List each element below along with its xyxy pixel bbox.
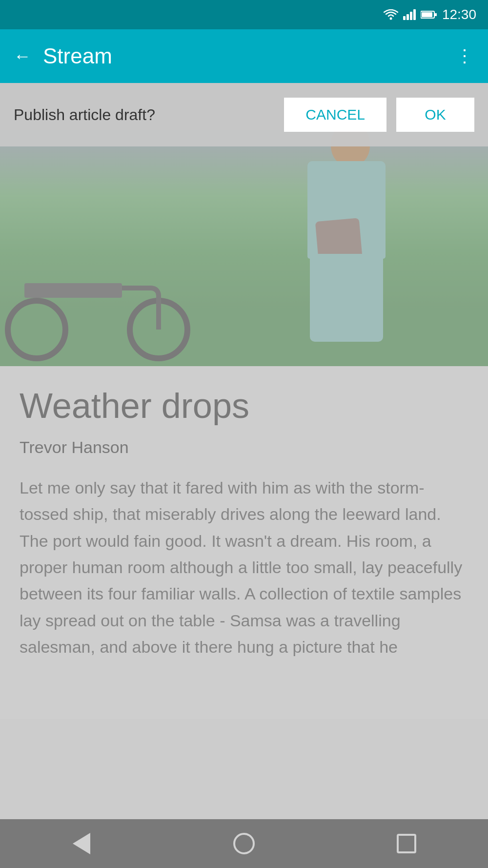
- svg-rect-1: [403, 16, 406, 20]
- svg-point-0: [389, 18, 392, 20]
- svg-rect-3: [410, 12, 412, 20]
- page-title: Stream: [43, 44, 444, 68]
- dialog-overlay: Publish article draft? CANCEL OK: [0, 83, 488, 868]
- status-icons: 12:30: [384, 7, 476, 22]
- svg-rect-4: [413, 9, 416, 20]
- dialog-bar: Publish article draft? CANCEL OK: [0, 83, 488, 146]
- svg-rect-6: [435, 13, 437, 16]
- signal-icon: [403, 9, 416, 20]
- wifi-icon: [384, 9, 398, 20]
- more-options-button[interactable]: ⋮: [456, 46, 474, 66]
- cancel-button[interactable]: CANCEL: [284, 98, 386, 132]
- dialog-message: Publish article draft?: [14, 106, 274, 124]
- svg-rect-2: [407, 14, 409, 20]
- status-bar: 12:30: [0, 0, 488, 29]
- back-button[interactable]: ←: [14, 46, 31, 66]
- svg-rect-7: [422, 12, 432, 17]
- ok-button[interactable]: OK: [396, 98, 474, 132]
- status-time: 12:30: [442, 7, 476, 22]
- app-bar: ← Stream ⋮: [0, 29, 488, 83]
- battery-icon: [421, 10, 437, 19]
